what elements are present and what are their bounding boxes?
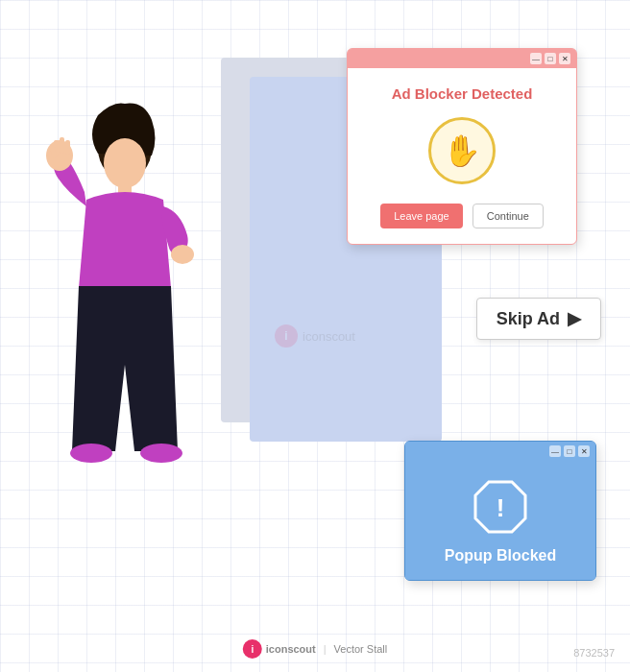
skip-ad-label: Skip Ad [497, 309, 560, 329]
popup-close-btn[interactable]: ✕ [578, 445, 590, 457]
separator: | [324, 643, 327, 655]
popup-titlebar: — □ ✕ [405, 442, 595, 461]
svg-point-12 [140, 444, 182, 463]
attribution: i iconscout | Vector Stall [243, 639, 387, 659]
skip-ad-button[interactable]: Skip Ad ▶ [476, 298, 601, 340]
woman-illustration [29, 96, 221, 595]
leave-page-button[interactable]: Leave page [380, 204, 463, 228]
maximize-btn[interactable]: □ [545, 53, 556, 64]
dialog-body: Ad Blocker Detected ✋ Leave page Continu… [348, 68, 576, 244]
hand-stop-icon: ✋ [443, 132, 481, 169]
ad-blocker-dialog: — □ ✕ Ad Blocker Detected ✋ Leave page C… [347, 48, 577, 245]
skip-arrow-icon: ▶ [568, 308, 581, 329]
watermark-logo: i [275, 324, 298, 348]
minimize-btn[interactable]: — [530, 53, 542, 64]
close-btn[interactable]: ✕ [559, 53, 570, 64]
dialog-buttons: Leave page Continue [363, 204, 561, 228]
iconscout-attribution: i iconscout [243, 639, 316, 659]
popup-minimize-btn[interactable]: — [549, 445, 561, 457]
watermark: i iconscout [275, 324, 355, 348]
illustration-id: 8732537 [573, 647, 615, 659]
svg-rect-7 [60, 137, 64, 154]
watermark-text: iconscout [303, 329, 355, 344]
svg-point-3 [104, 138, 146, 188]
svg-rect-8 [65, 140, 70, 155]
popup-blocked-title: Popup Blocked [421, 547, 580, 564]
main-container: — □ ✕ Ad Blocker Detected ✋ Leave page C… [0, 0, 630, 672]
vectorstall-label: Vector Stall [334, 643, 388, 655]
hand-icon-container: ✋ [428, 117, 496, 184]
dialog-titlebar: — □ ✕ [348, 49, 576, 68]
continue-button[interactable]: Continue [472, 204, 544, 228]
svg-text:!: ! [497, 493, 505, 522]
popup-blocked-dialog: — □ ✕ ! Popup Blocked [404, 441, 596, 581]
exclamation-octagon-icon: ! [472, 478, 529, 536]
popup-maximize-btn[interactable]: □ [564, 445, 575, 457]
iconscout-label: iconscout [266, 643, 316, 655]
svg-point-10 [171, 245, 194, 264]
popup-body: ! Popup Blocked [405, 461, 595, 580]
ad-blocker-title: Ad Blocker Detected [363, 85, 561, 102]
svg-point-11 [70, 444, 112, 463]
iconscout-icon: i [243, 639, 262, 659]
